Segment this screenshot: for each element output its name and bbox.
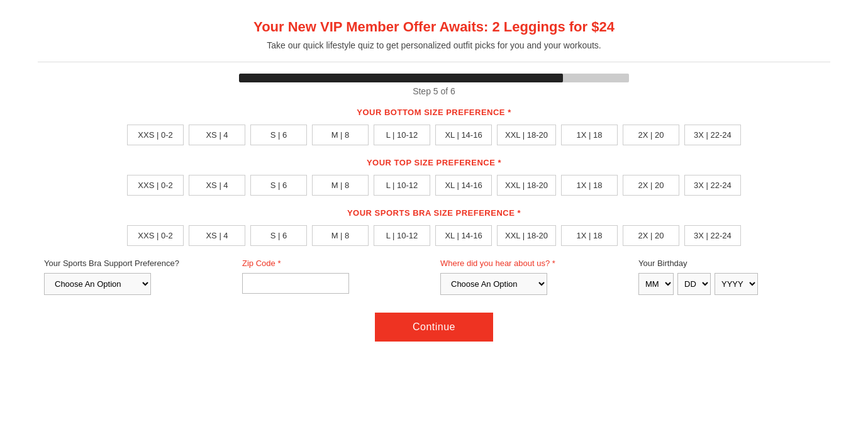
bottom-size-label: YOUR BOTTOM SIZE PREFERENCE * [38, 108, 830, 117]
birthday-dd-select[interactable]: DD 0102030405 0607080910 1112131415 1617… [677, 273, 711, 295]
bra-size-m[interactable]: M | 8 [312, 225, 369, 246]
zip-code-group: Zip Code * [242, 259, 428, 294]
top-size-2x[interactable]: 2X | 20 [623, 175, 679, 196]
bra-size-xl[interactable]: XL | 14-16 [435, 225, 492, 246]
bottom-size-l[interactable]: L | 10-12 [374, 125, 430, 145]
bottom-size-1x[interactable]: 1X | 18 [561, 125, 618, 145]
bra-size-label: YOUR SPORTS BRA SIZE PREFERENCE * [38, 208, 830, 218]
bra-size-xxl[interactable]: XXL | 18-20 [497, 225, 556, 246]
birthday-selects: MM 01020304 05060708 09101112 DD 0102030… [638, 273, 758, 295]
top-size-options: XXS | 0-2 XS | 4 S | 6 M | 8 L | 10-12 X… [38, 175, 830, 196]
continue-button[interactable]: Continue [375, 313, 493, 342]
bra-size-1x[interactable]: 1X | 18 [561, 225, 618, 246]
bottom-size-3x[interactable]: 3X | 22-24 [684, 125, 741, 145]
bra-size-l[interactable]: L | 10-12 [374, 225, 430, 246]
bottom-size-xs[interactable]: XS | 4 [189, 125, 245, 145]
hear-about-group: Where did you hear about us? * Choose An… [440, 259, 626, 295]
top-size-l[interactable]: L | 10-12 [374, 175, 430, 196]
progress-bar-bg [239, 74, 629, 82]
page-container: Your New VIP Member Offer Awaits: 2 Legg… [0, 0, 868, 434]
hear-about-select[interactable]: Choose An Option Social Media Friend Adv… [440, 273, 547, 295]
top-size-s[interactable]: S | 6 [250, 175, 307, 196]
bottom-size-m[interactable]: M | 8 [312, 125, 369, 145]
bottom-size-xxs[interactable]: XXS | 0-2 [127, 125, 184, 145]
bra-size-2x[interactable]: 2X | 20 [623, 225, 679, 246]
bottom-size-s[interactable]: S | 6 [250, 125, 307, 145]
bra-size-xs[interactable]: XS | 4 [189, 225, 245, 246]
divider [38, 62, 830, 62]
top-size-3x[interactable]: 3X | 22-24 [684, 175, 741, 196]
birthday-yyyy-select[interactable]: YYYY 2006200520001995199019851980 [715, 273, 758, 295]
birthday-label: Your Birthday [638, 259, 687, 268]
bra-support-select[interactable]: Choose An Option Low Medium High [44, 273, 151, 295]
top-size-xl[interactable]: XL | 14-16 [435, 175, 492, 196]
zip-code-label: Zip Code * [242, 259, 281, 268]
zip-code-input[interactable] [242, 273, 349, 294]
header-title-plain: Your New VIP Member Offer Awaits: [253, 19, 492, 35]
header-title: Your New VIP Member Offer Awaits: 2 Legg… [38, 19, 830, 35]
birthday-mm-select[interactable]: MM 01020304 05060708 09101112 [638, 273, 674, 295]
bra-support-group: Your Sports Bra Support Preference? Choo… [44, 259, 230, 295]
bottom-fields-row: Your Sports Bra Support Preference? Choo… [38, 259, 830, 295]
bra-size-s[interactable]: S | 6 [250, 225, 307, 246]
step-label: Step 5 of 6 [413, 86, 455, 96]
top-size-xs[interactable]: XS | 4 [189, 175, 245, 196]
bottom-size-xxl[interactable]: XXL | 18-20 [497, 125, 556, 145]
top-size-label: YOUR TOP SIZE PREFERENCE * [38, 158, 830, 167]
bottom-size-xl[interactable]: XL | 14-16 [435, 125, 492, 145]
hear-about-label: Where did you hear about us? * [440, 259, 555, 268]
bottom-size-options: XXS | 0-2 XS | 4 S | 6 M | 8 L | 10-12 X… [38, 125, 830, 145]
header-title-highlight: 2 Leggings for $24 [492, 19, 615, 35]
top-size-xxl[interactable]: XXL | 18-20 [497, 175, 556, 196]
bra-size-xxs[interactable]: XXS | 0-2 [127, 225, 184, 246]
top-size-xxs[interactable]: XXS | 0-2 [127, 175, 184, 196]
bra-support-label: Your Sports Bra Support Preference? [44, 259, 179, 268]
header-subtitle: Take our quick lifestyle quiz to get per… [38, 40, 830, 50]
top-size-1x[interactable]: 1X | 18 [561, 175, 618, 196]
birthday-group: Your Birthday MM 01020304 05060708 09101… [638, 259, 824, 295]
bra-size-options: XXS | 0-2 XS | 4 S | 6 M | 8 L | 10-12 X… [38, 225, 830, 246]
top-size-m[interactable]: M | 8 [312, 175, 369, 196]
progress-bar-fill [239, 74, 563, 82]
progress-container: Step 5 of 6 [38, 74, 830, 96]
bra-size-3x[interactable]: 3X | 22-24 [684, 225, 741, 246]
bottom-size-2x[interactable]: 2X | 20 [623, 125, 679, 145]
